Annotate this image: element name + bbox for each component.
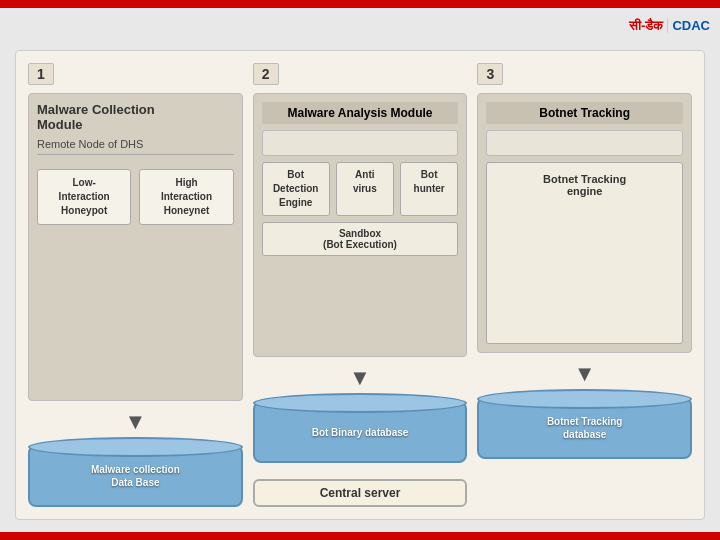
col3-title: Botnet Tracking [486,102,683,124]
db1-label: Malware collectionData Base [91,463,180,489]
db2-shape: Bot Binary database [253,401,468,463]
db1-top-ellipse [28,437,243,457]
col1-title: Malware CollectionModule [37,102,234,132]
col2-top-empty [262,130,459,156]
db3-container: Botnet Trackingdatabase [477,397,692,459]
col2-arrow-container: ▼ [253,365,468,391]
db2-top-ellipse [253,393,468,413]
col3-number: 3 [477,63,503,85]
col1-down-arrow: ▼ [124,411,146,433]
remote-node-label: Remote Node of DHS [37,138,234,155]
botnet-tracking-engine: Botnet Trackingengine [486,162,683,344]
logo-hindi: सी-डैक [629,18,663,34]
db2-container: Bot Binary database [253,401,468,463]
main-content: 1 Malware CollectionModule Remote Node o… [15,50,705,520]
logo-area: सी-डैक CDAC [629,8,710,43]
bot-detection-engine: BotDetectionEngine [262,162,330,216]
bot-hunter: Bothunter [400,162,458,216]
column-2: 2 Malware Analysis Module BotDetectionEn… [253,63,468,507]
col3-spacer [477,475,692,507]
column-1: 1 Malware CollectionModule Remote Node o… [28,63,243,507]
low-interaction-honeypot: Low-InteractionHoneypot [37,169,131,225]
col3-arrow-container: ▼ [477,361,692,387]
top-red-bar [0,0,720,8]
col1-arrow-container: ▼ [28,409,243,435]
col1-number: 1 [28,63,54,85]
high-interaction-honeynet: HighInteractionHoneynet [139,169,233,225]
db3-label: Botnet Trackingdatabase [547,415,623,441]
db3-top-ellipse [477,389,692,409]
db2-label: Bot Binary database [312,426,409,439]
col2-number: 2 [253,63,279,85]
logo-english: CDAC [667,18,710,33]
col2-down-arrow: ▼ [349,367,371,389]
honeypot-row: Low-InteractionHoneypot HighInteractionH… [37,169,234,225]
col2-title: Malware Analysis Module [262,102,459,124]
column-3: 3 Botnet Tracking Botnet Trackingengine … [477,63,692,507]
col3-top-empty [486,130,683,156]
bottom-red-bar [0,532,720,540]
db3-shape: Botnet Trackingdatabase [477,397,692,459]
central-server: Central server [253,479,468,507]
col1-main-box: Malware CollectionModule Remote Node of … [28,93,243,401]
col3-down-arrow: ▼ [574,363,596,385]
db1-shape: Malware collectionData Base [28,445,243,507]
anti-virus: Antivirus [336,162,394,216]
sandbox-box: Sandbox(Bot Execution) [262,222,459,256]
analysis-boxes: BotDetectionEngine Antivirus Bothunter [262,162,459,216]
columns-container: 1 Malware CollectionModule Remote Node o… [28,63,692,507]
col2-main-box: Malware Analysis Module BotDetectionEngi… [253,93,468,357]
col3-main-box: Botnet Tracking Botnet Trackingengine [477,93,692,353]
db1-container: Malware collectionData Base [28,445,243,507]
